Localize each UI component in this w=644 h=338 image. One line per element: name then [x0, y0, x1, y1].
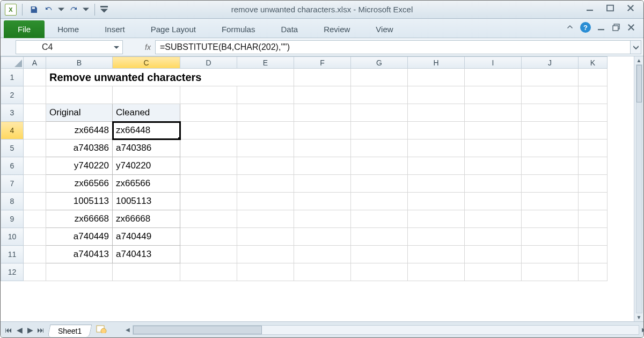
cell-b5[interactable]: a740386 [46, 139, 113, 157]
cell-b7[interactable]: zx66566 [46, 175, 113, 193]
col-header-e[interactable]: E [237, 57, 294, 69]
minimize-ribbon-icon[interactable] [565, 23, 575, 32]
maximize-button[interactable] [604, 3, 617, 13]
cell-c10[interactable]: a740449 [113, 228, 180, 246]
fx-icon[interactable]: fx [134, 43, 155, 52]
row-12: 12 [1, 263, 608, 281]
sheet-title: Remove unwanted characters [46, 69, 294, 86]
cell-c11[interactable]: a740413 [113, 246, 180, 263]
cell-c8[interactable]: 1005113 [113, 193, 180, 210]
row-header-4[interactable]: 4 [1, 122, 24, 139]
row-4: 4 zx66448 zx66448 [1, 122, 608, 139]
redo-button[interactable] [68, 4, 79, 16]
row-header-12[interactable]: 12 [1, 263, 24, 281]
tab-review[interactable]: Review [311, 20, 363, 38]
formula-input[interactable] [155, 40, 631, 54]
workbook-close-button[interactable] [626, 23, 636, 32]
worksheet-grid[interactable]: A B C D E F G H I J K 1 Remove unwant [1, 56, 634, 321]
svg-rect-0 [100, 6, 108, 8]
tab-formulas[interactable]: Formulas [209, 20, 268, 38]
col-header-k[interactable]: K [579, 57, 608, 69]
minimize-button[interactable] [583, 3, 596, 13]
workbook-restore-button[interactable] [611, 23, 621, 32]
cell-b4[interactable]: zx66448 [46, 122, 113, 139]
prev-sheet-button[interactable]: ◀ [14, 325, 24, 335]
scroll-up-button[interactable]: ▲ [636, 57, 642, 63]
vscroll-handle[interactable] [636, 65, 642, 102]
col-header-j[interactable]: J [522, 57, 579, 69]
row-header-10[interactable]: 10 [1, 228, 24, 246]
undo-menu-button[interactable] [58, 4, 64, 16]
cell-c7[interactable]: zx66566 [113, 175, 180, 193]
name-box[interactable]: C4 [16, 40, 123, 54]
col-header-f[interactable]: F [294, 57, 351, 69]
row-header-2[interactable]: 2 [1, 86, 24, 104]
new-sheet-button[interactable] [96, 325, 107, 335]
col-header-c[interactable]: C [113, 57, 180, 69]
cell-c6[interactable]: y740220 [113, 157, 180, 175]
col-header-b[interactable]: B [46, 57, 113, 69]
file-tab[interactable]: File [4, 20, 45, 38]
row-1: 1 Remove unwanted characters [1, 69, 608, 86]
row-header-9[interactable]: 9 [1, 210, 24, 228]
customize-qat-button[interactable] [100, 4, 108, 16]
svg-rect-3 [598, 29, 604, 30]
last-sheet-button[interactable]: ⏭ [36, 325, 46, 335]
save-button[interactable] [28, 4, 40, 16]
row-header-6[interactable]: 6 [1, 157, 24, 175]
cell-b10[interactable]: a740449 [46, 228, 113, 246]
row-header-5[interactable]: 5 [1, 139, 24, 157]
scroll-right-button[interactable]: ▶ [642, 327, 644, 333]
cell-c9[interactable]: zx66668 [113, 210, 180, 228]
cell-b9[interactable]: zx66668 [46, 210, 113, 228]
scroll-left-button[interactable]: ◀ [126, 327, 130, 333]
horizontal-scrollbar[interactable]: ◀ ▶ [133, 325, 639, 335]
vertical-scrollbar[interactable]: ▲ ▼ [634, 56, 643, 321]
row-header-7[interactable]: 7 [1, 175, 24, 193]
row-2: 2 [1, 86, 608, 104]
col-header-a[interactable]: A [24, 57, 46, 69]
col-header-h[interactable]: H [408, 57, 465, 69]
next-sheet-button[interactable]: ▶ [25, 325, 35, 335]
cell-b6[interactable]: y740220 [46, 157, 113, 175]
row-header-11[interactable]: 11 [1, 246, 24, 263]
close-button[interactable] [624, 3, 637, 13]
tab-view[interactable]: View [363, 20, 406, 38]
sheet-tab-active[interactable]: Sheet1 [48, 325, 92, 337]
first-sheet-button[interactable]: ⏮ [4, 325, 13, 335]
col-header-d[interactable]: D [180, 57, 237, 69]
col-header-g[interactable]: G [351, 57, 408, 69]
qat-divider [22, 4, 23, 16]
tab-data[interactable]: Data [268, 20, 311, 38]
redo-icon [69, 5, 78, 14]
cell-c4[interactable]: zx66448 [113, 122, 180, 139]
svg-rect-5 [613, 26, 618, 31]
scroll-down-button[interactable]: ▼ [636, 314, 642, 320]
tab-insert[interactable]: Insert [92, 20, 138, 38]
row-5: 5 a740386 a740386 [1, 139, 608, 157]
row-header-8[interactable]: 8 [1, 193, 24, 210]
tab-home[interactable]: Home [45, 20, 92, 38]
row-header-1[interactable]: 1 [1, 69, 24, 86]
sheet-tab-label: Sheet1 [58, 327, 82, 335]
sheet-tab-bar: ⏮ ◀ ▶ ⏭ Sheet1 ◀ ▶ [1, 321, 643, 337]
hscroll-handle[interactable] [133, 326, 262, 334]
svg-rect-1 [587, 10, 593, 11]
cell-c5[interactable]: a740386 [113, 139, 180, 157]
workbook-minimize-button[interactable] [596, 23, 606, 32]
tab-page-layout[interactable]: Page Layout [138, 20, 209, 38]
row-8: 8 1005113 1005113 [1, 193, 608, 210]
cell-b11[interactable]: a740413 [46, 246, 113, 263]
undo-button[interactable] [43, 4, 55, 16]
expand-formula-bar-button[interactable] [631, 40, 641, 54]
redo-menu-button[interactable] [83, 4, 89, 16]
row-7: 7 zx66566 zx66566 [1, 175, 608, 193]
vscroll-track[interactable] [636, 64, 642, 313]
select-all-corner[interactable] [1, 57, 24, 69]
ribbon-tab-strip: File Home Insert Page Layout Formulas Da… [1, 19, 643, 38]
col-header-i[interactable]: I [465, 57, 522, 69]
help-button[interactable]: ? [580, 22, 591, 33]
qat-divider-2 [94, 4, 95, 16]
cell-b8[interactable]: 1005113 [46, 193, 113, 210]
row-header-3[interactable]: 3 [1, 104, 24, 122]
